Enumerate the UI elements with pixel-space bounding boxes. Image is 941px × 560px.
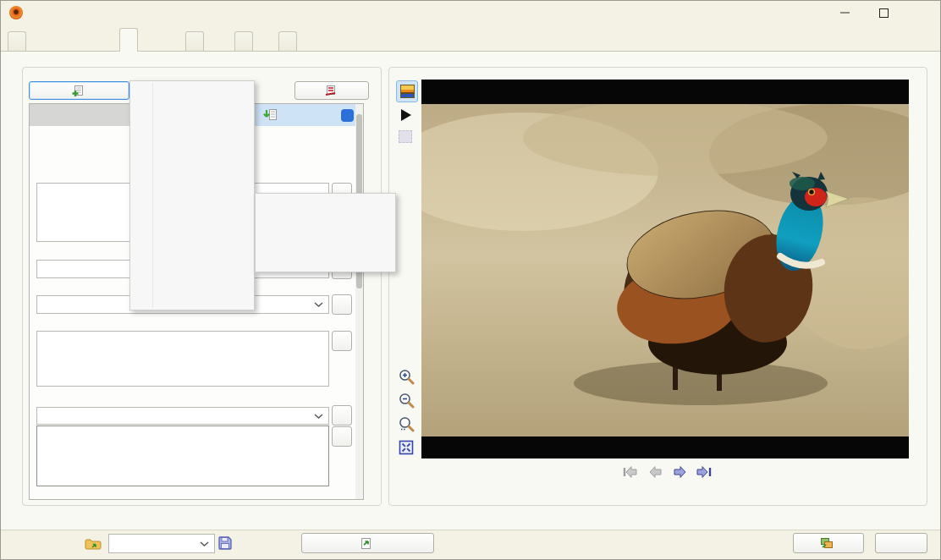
instructies-insert-button[interactable] bbox=[332, 331, 352, 351]
preview-photo bbox=[421, 104, 909, 436]
preview-image-area bbox=[421, 80, 909, 458]
convert-icon bbox=[820, 537, 834, 549]
previous-image-button[interactable] bbox=[646, 464, 664, 480]
minimize-button[interactable] bbox=[825, 1, 864, 25]
minimize-icon bbox=[840, 12, 850, 14]
app-window bbox=[0, 0, 941, 560]
open-preset-folder-button[interactable] bbox=[83, 535, 102, 552]
add-action-menu bbox=[129, 80, 255, 310]
koptekst-insert-button[interactable] bbox=[332, 294, 352, 315]
preset-combobox[interactable] bbox=[108, 534, 215, 553]
maximize-icon bbox=[879, 8, 889, 18]
enabled-checkbox[interactable] bbox=[341, 109, 354, 122]
tab-bar bbox=[1, 25, 941, 52]
last-image-button[interactable] bbox=[695, 464, 713, 480]
trefwoorden-insert-button[interactable] bbox=[332, 405, 352, 425]
zoom-in-icon[interactable] bbox=[399, 369, 415, 385]
delete-keyword-button[interactable] bbox=[332, 426, 352, 447]
convert-button[interactable] bbox=[793, 533, 864, 553]
add-action-icon bbox=[71, 85, 84, 97]
tab-status bbox=[234, 31, 253, 52]
keywords-list bbox=[36, 425, 329, 486]
save-preset-icon[interactable] bbox=[217, 535, 233, 553]
first-image-button[interactable] bbox=[621, 464, 640, 480]
zoom-100-icon[interactable] bbox=[399, 416, 415, 432]
chevron-down-icon bbox=[314, 302, 323, 307]
preview-thumbnail-icon bbox=[400, 85, 415, 98]
compare-icon bbox=[399, 130, 412, 143]
tab-uitvoer[interactable] bbox=[185, 31, 204, 52]
sluiten-button[interactable] bbox=[875, 533, 927, 553]
title-bar bbox=[1, 1, 941, 25]
instructies-textarea[interactable] bbox=[36, 331, 329, 387]
chevron-down-icon bbox=[200, 541, 209, 546]
delete-preset-icon bbox=[243, 534, 258, 551]
tab-invoer[interactable] bbox=[8, 31, 26, 52]
play-preview-icon[interactable] bbox=[401, 109, 411, 121]
export-bat-button[interactable] bbox=[301, 533, 434, 553]
close-button[interactable] bbox=[903, 1, 941, 25]
zoom-out-icon[interactable] bbox=[399, 393, 415, 409]
fit-to-window-icon[interactable] bbox=[399, 440, 414, 455]
apply-action-icon[interactable] bbox=[263, 108, 278, 124]
app-logo-icon bbox=[9, 6, 23, 19]
tab-acties[interactable] bbox=[119, 28, 138, 52]
tab-instellingen[interactable] bbox=[278, 31, 297, 52]
chevron-down-icon bbox=[314, 414, 323, 419]
folder-icon bbox=[85, 537, 102, 551]
maximize-button[interactable] bbox=[864, 1, 903, 25]
next-image-button[interactable] bbox=[671, 464, 690, 480]
export-icon bbox=[360, 537, 372, 550]
clear-all-icon bbox=[324, 85, 337, 96]
metadata-submenu bbox=[255, 193, 396, 272]
show-preview-button[interactable] bbox=[396, 80, 418, 102]
trefwoorden-combobox[interactable] bbox=[36, 407, 329, 425]
add-action-button[interactable] bbox=[29, 81, 129, 100]
clear-all-button[interactable] bbox=[294, 81, 369, 100]
